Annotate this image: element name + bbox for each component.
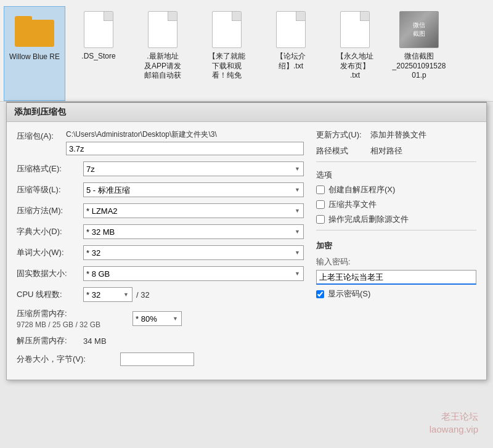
level-select-wrapper: 5 - 标准压缩 [83, 182, 304, 197]
doc-icon-forum [271, 10, 311, 49]
solid-row: 固实数据大小: * 8 GB [17, 266, 304, 281]
method-select-wrapper: * LZMA2 [83, 203, 304, 218]
mem-select[interactable]: * 80% [132, 311, 182, 326]
opt2-label: 压缩共享文件 [328, 199, 377, 210]
opt1-row: 创建自解压程序(X) [316, 184, 476, 195]
method-label: 压缩方法(M): [17, 205, 78, 216]
file-item-forum[interactable]: 【论坛介绍】.txt [260, 6, 322, 101]
file-label-dsstore: .DS_Store [81, 52, 115, 62]
solid-select[interactable]: * 8 GB [83, 266, 304, 281]
dialog-right-panel: 更新方式(U): 添加并替换文件 路径模式 相对路径 选项 创建自解压程序(X)… [316, 129, 476, 372]
file-browser-bar: Willow Blue RE .DS_Store .最新地址及APP请发邮箱自动… [0, 0, 493, 102]
level-label: 压缩等级(L): [17, 184, 78, 195]
opt2-checkbox[interactable] [316, 200, 325, 209]
img-icon-wechat: 微信截图 [399, 10, 439, 49]
file-item-wechat[interactable]: 微信截图 微信截图_20250109152801.p [388, 6, 450, 101]
folder-icon-willow [15, 10, 54, 50]
word-select[interactable]: * 32 [83, 245, 304, 260]
file-label-permanent: 【永久地址发布页】.txt [336, 52, 373, 81]
cpu-select[interactable]: * 32 [83, 287, 132, 302]
file-item-dsstore[interactable]: .DS_Store [68, 6, 129, 101]
file-item-permanent[interactable]: 【永久地址发布页】.txt [324, 6, 386, 101]
opt1-checkbox[interactable] [316, 185, 325, 194]
cpu-total-label: / 32 [136, 290, 150, 299]
mem-row: 压缩所需内存: 9728 MB / 25 GB / 32 GB * 80% [17, 308, 304, 329]
cpu-label: CPU 线程数: [17, 289, 78, 300]
decomp-row: 解压所需内存: 34 MB [17, 335, 304, 346]
solid-label: 固实数据大小: [17, 268, 78, 279]
opt3-checkbox[interactable] [316, 215, 325, 224]
method-row: 压缩方法(M): * LZMA2 [17, 203, 304, 218]
encrypt-pw-input[interactable] [316, 270, 476, 285]
opt1-label: 创建自解压程序(X) [328, 184, 395, 195]
doc-icon-download [207, 10, 246, 49]
dialog-title: 添加到压缩包 [7, 103, 486, 122]
dict-row: 字典大小(D): * 32 MB [17, 224, 304, 239]
opt3-row: 操作完成后删除源文件 [316, 214, 476, 225]
cpu-select-wrapper: * 32 [83, 287, 132, 302]
divider-2 [316, 230, 476, 230]
level-select[interactable]: 5 - 标准压缩 [83, 182, 304, 197]
pathmode-label: 路径模式 [316, 145, 365, 157]
method-select[interactable]: * LZMA2 [83, 203, 304, 218]
divider-1 [316, 161, 476, 162]
split-input[interactable] [120, 352, 194, 366]
compress-dialog: 添加到压缩包 压缩包(A): C:\Users\Administrator\De… [6, 102, 487, 380]
solid-select-wrapper: * 8 GB [83, 266, 304, 281]
show-pw-row: 显示密码(S) [316, 288, 476, 299]
dict-select-wrapper: * 32 MB [83, 224, 304, 239]
file-label-download: 【来了就能下载和观看！纯免 [208, 52, 245, 81]
encrypt-section: 加密 输入密码: 显示密码(S) [316, 240, 476, 299]
decomp-label: 解压所需内存: [17, 335, 78, 346]
doc-icon-dsstore [79, 10, 118, 49]
pathmode-row: 路径模式 相对路径 [316, 145, 476, 157]
word-row: 单词大小(W): * 32 [17, 245, 304, 260]
doc-icon-latest [143, 10, 182, 49]
archive-name-input[interactable] [66, 142, 304, 155]
path-full-text: C:\Users\Administrator\Desktop\新建文件夹\3\ [66, 129, 304, 140]
split-label: 分卷大小，字节(V): [17, 354, 115, 365]
mem-label: 压缩所需内存: 9728 MB / 25 GB / 32 GB [17, 308, 128, 329]
update-row: 更新方式(U): 添加并替换文件 [316, 129, 476, 141]
split-row: 分卷大小，字节(V): [17, 352, 304, 366]
file-label-wechat: 微信截图_20250109152801.p [391, 52, 447, 81]
options-title: 选项 [316, 169, 476, 181]
format-row: 压缩格式(E): 7z zip tar [17, 161, 304, 176]
options-section: 选项 创建自解压程序(X) 压缩共享文件 操作完成后删除源文件 [316, 169, 476, 225]
format-label: 压缩格式(E): [17, 163, 78, 174]
opt3-label: 操作完成后删除源文件 [328, 214, 409, 225]
pathmode-value: 相对路径 [370, 145, 402, 157]
mem-value: 9728 MB / 25 GB / 32 GB [17, 320, 128, 329]
cpu-controls: * 32 / 32 [83, 287, 304, 302]
file-item-willow[interactable]: Willow Blue RE [4, 6, 65, 101]
file-item-latest[interactable]: .最新地址及APP请发邮箱自动获 [132, 6, 194, 101]
show-pw-label: 显示密码(S) [328, 288, 370, 299]
show-pw-checkbox[interactable] [316, 290, 324, 298]
update-label: 更新方式(U): [316, 129, 365, 141]
file-label-latest: .最新地址及APP请发邮箱自动获 [144, 52, 181, 81]
encrypt-title: 加密 [316, 240, 476, 251]
path-row: 压缩包(A): C:\Users\Administrator\Desktop\新… [17, 129, 304, 155]
format-select-wrapper: 7z zip tar [83, 161, 304, 176]
watermark: 老王论坛laowang.vip [430, 410, 478, 436]
file-label-forum: 【论坛介绍】.txt [276, 52, 306, 71]
path-label: 压缩包(A): [17, 129, 61, 142]
doc-icon-permanent [335, 10, 375, 49]
opt2-row: 压缩共享文件 [316, 199, 476, 210]
mem-select-wrapper: * 80% [132, 311, 182, 326]
level-row: 压缩等级(L): 5 - 标准压缩 [17, 182, 304, 197]
decomp-value: 34 MB [83, 336, 107, 346]
update-value: 添加并替换文件 [370, 129, 426, 141]
cpu-row: CPU 线程数: * 32 / 32 [17, 287, 304, 302]
dict-select[interactable]: * 32 MB [83, 224, 304, 239]
dict-label: 字典大小(D): [17, 226, 78, 237]
file-item-download[interactable]: 【来了就能下载和观看！纯免 [196, 6, 258, 101]
word-label: 单词大小(W): [17, 247, 78, 258]
path-content: C:\Users\Administrator\Desktop\新建文件夹\3\ [66, 129, 304, 155]
format-select[interactable]: 7z zip tar [83, 161, 304, 176]
file-label-willow: Willow Blue RE [9, 52, 60, 62]
encrypt-pw-label: 输入密码: [316, 256, 476, 267]
word-select-wrapper: * 32 [83, 245, 304, 260]
dialog-left-panel: 压缩包(A): C:\Users\Administrator\Desktop\新… [17, 129, 304, 372]
